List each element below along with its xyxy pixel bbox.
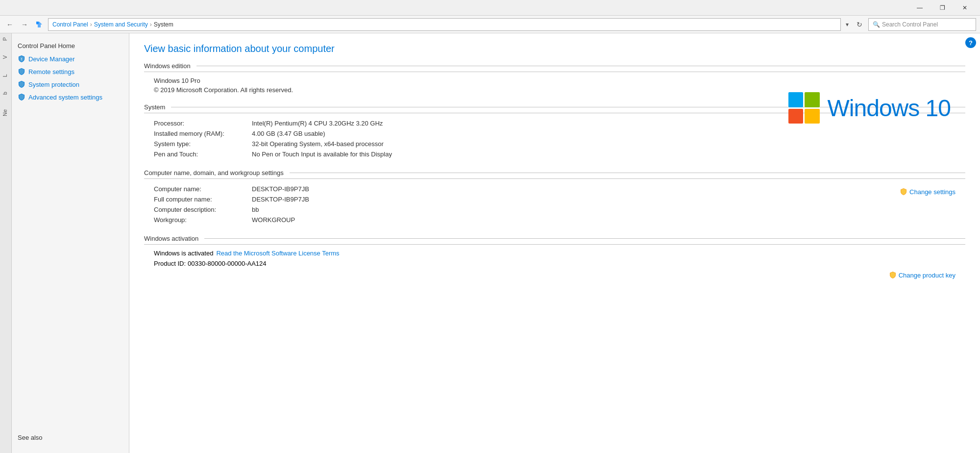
page-title: View basic information about your comput…: [144, 43, 965, 54]
change-settings-link[interactable]: Change settings: [900, 188, 956, 196]
system-type-label: System type:: [154, 140, 252, 148]
change-product-key-link[interactable]: Change product key: [889, 271, 956, 279]
windows-edition-name: Windows 10 Pro: [154, 77, 965, 84]
partial-ne: Ne: [2, 109, 9, 116]
windows-edition-block: Windows 10 Pro © 2019 Microsoft Corporat…: [154, 77, 965, 94]
computer-header: Computer name, domain, and workgroup set…: [144, 169, 965, 179]
content-area: ? Windows 10 View basic information abou…: [129, 33, 980, 453]
system-protection-label: System protection: [28, 81, 79, 88]
shield-icon-change: [900, 188, 907, 196]
partial-l: L: [2, 74, 9, 77]
computer-desc-label: Computer description:: [154, 206, 252, 213]
sidebar: Control Panel Home ! Device Manager Remo…: [12, 33, 129, 453]
pen-touch-row: Pen and Touch: No Pen or Touch Input is …: [154, 149, 965, 159]
up-button[interactable]: [33, 19, 45, 30]
pen-touch-label: Pen and Touch:: [154, 151, 252, 158]
flag-pane-br: [805, 109, 820, 124]
processor-label: Processor:: [154, 120, 252, 127]
sidebar-item-system-protection[interactable]: System protection: [12, 78, 129, 91]
sidebar-item-device-manager[interactable]: ! Device Manager: [12, 52, 129, 65]
computer-name-row: Computer name: DESKTOP-IB9P7JB: [154, 184, 900, 194]
computer-name-label: Computer name:: [154, 185, 252, 193]
window-controls: — ❐ ✕: [908, 0, 976, 16]
activation-license-link[interactable]: Read the Microsoft Software License Term…: [216, 250, 339, 257]
windows-flag-icon: [788, 92, 820, 124]
flag-pane-tr: [805, 92, 820, 107]
ram-value: 4.00 GB (3.47 GB usable): [252, 130, 325, 137]
flag-pane-tl: [788, 92, 804, 107]
windows-edition-section: Windows edition Windows 10 Pro © 2019 Mi…: [144, 62, 965, 94]
search-box[interactable]: 🔍 Search Control Panel: [868, 18, 976, 31]
back-button[interactable]: ←: [4, 19, 16, 30]
dropdown-button[interactable]: ▾: [844, 18, 851, 31]
computer-name-value: DESKTOP-IB9P7JB: [252, 185, 309, 193]
flag-pane-bl: [788, 109, 804, 124]
path-system-security[interactable]: System and Security: [94, 21, 148, 28]
address-bar: ← → Control Panel › System and Security …: [0, 16, 980, 33]
computer-section: Computer name, domain, and workgroup set…: [144, 169, 965, 225]
product-id-label: Product ID:: [154, 260, 186, 267]
shield-icon-advanced: [18, 93, 25, 101]
path-system: System: [154, 21, 173, 28]
shield-icon-protection: [18, 80, 25, 88]
pen-touch-value: No Pen or Touch Input is available for t…: [252, 151, 392, 158]
shield-icon-remote: [18, 68, 25, 76]
processor-value: Intel(R) Pentium(R) 4 CPU 3.20GHz 3.20 G…: [252, 120, 383, 127]
windows-edition-header: Windows edition: [144, 62, 965, 72]
close-button[interactable]: ✕: [954, 0, 976, 16]
sidebar-home[interactable]: Control Panel Home: [12, 39, 129, 52]
forward-button[interactable]: →: [19, 19, 30, 30]
partial-v: V: [2, 55, 9, 59]
remote-settings-label: Remote settings: [28, 68, 74, 76]
windows-10-text: Windows 10: [828, 95, 951, 122]
see-also: See also: [12, 428, 129, 447]
main-layout: P V L b Ne Control Panel Home ! Device M…: [0, 33, 980, 453]
full-computer-name-value: DESKTOP-IB9P7JB: [252, 196, 309, 203]
full-computer-name-row: Full computer name: DESKTOP-IB9P7JB: [154, 194, 900, 204]
computer-desc-row: Computer description: bb: [154, 204, 900, 215]
help-button[interactable]: ?: [965, 37, 976, 48]
sidebar-item-remote-settings[interactable]: Remote settings: [12, 65, 129, 78]
minimize-button[interactable]: —: [908, 0, 931, 16]
system-type-value: 32-bit Operating System, x64-based proce…: [252, 140, 384, 148]
product-id-value: 00330-80000-00000-AA124: [188, 260, 266, 267]
shield-icon-product: [889, 271, 897, 279]
address-path[interactable]: Control Panel › System and Security › Sy…: [48, 18, 841, 31]
refresh-button[interactable]: ↻: [854, 19, 865, 30]
advanced-settings-label: Advanced system settings: [28, 94, 102, 101]
windows-logo: Windows 10: [788, 92, 951, 124]
partial-sidebar: P V L b Ne: [0, 33, 12, 453]
workgroup-value: WORKGROUP: [252, 216, 295, 224]
search-placeholder: Search Control Panel: [882, 21, 938, 28]
computer-desc-value: bb: [252, 206, 259, 213]
restore-button[interactable]: ❐: [931, 0, 954, 16]
workgroup-label: Workgroup:: [154, 216, 252, 224]
partial-b: b: [2, 92, 9, 95]
system-type-row: System type: 32-bit Operating System, x6…: [154, 139, 965, 149]
device-manager-label: Device Manager: [28, 55, 75, 63]
sidebar-item-advanced-settings[interactable]: Advanced system settings: [12, 91, 129, 103]
change-settings-label: Change settings: [909, 188, 956, 196]
change-product-key-label: Change product key: [899, 272, 956, 279]
activation-text: Windows is activated: [154, 250, 213, 257]
svg-text:!: !: [21, 57, 23, 61]
search-icon: 🔍: [873, 21, 880, 28]
title-bar: — ❐ ✕: [0, 0, 980, 16]
shield-icon-device: !: [18, 55, 25, 63]
ram-row: Installed memory (RAM): 4.00 GB (3.47 GB…: [154, 128, 965, 139]
partial-p: P: [2, 37, 9, 41]
change-product-area: Change product key: [144, 271, 965, 279]
path-control-panel[interactable]: Control Panel: [52, 21, 88, 28]
workgroup-row: Workgroup: WORKGROUP: [154, 215, 900, 225]
ram-label: Installed memory (RAM):: [154, 130, 252, 137]
activation-section: Windows activation Windows is activated …: [144, 235, 965, 279]
activation-header: Windows activation: [144, 235, 965, 245]
full-computer-name-label: Full computer name:: [154, 196, 252, 203]
